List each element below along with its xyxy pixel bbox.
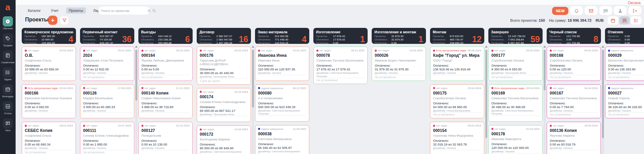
scrollbar-thumb[interactable] bbox=[252, 50, 254, 107]
column-scrollbar[interactable] bbox=[485, 46, 488, 154]
project-card[interactable]: нет задач 22.04.2024 000174 Сенева Елена… bbox=[197, 88, 251, 122]
column-cards: нет задач 24.04.2024 000176 Тарасова ДАР… bbox=[197, 47, 251, 154]
card-title: 2024 bbox=[83, 53, 131, 58]
card-date: 04.04.2024 bbox=[583, 87, 598, 90]
clear-search-icon[interactable] bbox=[147, 9, 151, 13]
view-list-button[interactable] bbox=[631, 16, 641, 24]
scrollbar-thumb[interactable] bbox=[485, 50, 487, 138]
report-icon bbox=[3, 101, 13, 112]
scrollbar-track[interactable] bbox=[135, 50, 137, 154]
new-button[interactable]: NEW bbox=[552, 7, 568, 15]
card-title: 000176 bbox=[200, 53, 248, 58]
project-card[interactable]: нет задач 14.07.2023 000111 Сенева Елена… bbox=[80, 122, 134, 154]
search-input[interactable] bbox=[101, 9, 146, 13]
card-footer bbox=[550, 150, 598, 154]
search-icon[interactable] bbox=[152, 9, 156, 13]
project-card[interactable]: задачи завершены 000029 Валентин Валерья… bbox=[605, 47, 644, 81]
project-card[interactable]: задачи завершены 11.05.2022 000038 Светл… bbox=[255, 125, 309, 154]
column-scrollbar[interactable] bbox=[252, 46, 254, 154]
chat-button[interactable] bbox=[599, 6, 612, 15]
add-project-button[interactable]: + bbox=[48, 16, 57, 25]
scrollbar-thumb[interactable] bbox=[544, 50, 546, 90]
column-scrollbar[interactable] bbox=[135, 46, 138, 154]
search-box[interactable] bbox=[98, 6, 150, 15]
mail-button[interactable] bbox=[585, 6, 598, 15]
card-client: Сенева Елена Александровна bbox=[83, 134, 131, 137]
project-card[interactable]: Есть просроченные задачи 03.04.2024 0001… bbox=[22, 84, 76, 119]
project-card[interactable]: нет задач 21.12.2023 000140 Копия София … bbox=[138, 84, 193, 119]
person-button[interactable] bbox=[614, 6, 627, 15]
current-user-name[interactable]: Оксана bbox=[628, 1, 641, 5]
column-count: 59 bbox=[530, 35, 540, 44]
project-card[interactable]: нет задач 23.04.2024 000175 Соробогатова… bbox=[430, 84, 484, 119]
sidebar-item-справочники[interactable]: Справочники bbox=[1, 50, 14, 64]
card-status-row: нет задач 04.04.2024 bbox=[550, 87, 598, 90]
nav-item-каталог[interactable]: Каталог bbox=[25, 7, 43, 14]
filter-button[interactable] bbox=[60, 16, 69, 24]
project-card[interactable]: нет задач 29.04.2024 000177 Соробогатова… bbox=[488, 47, 543, 81]
scrollbar-thumb[interactable] bbox=[135, 50, 137, 101]
view-kanban-button[interactable] bbox=[619, 16, 630, 24]
app-logo[interactable]: a bbox=[5, 3, 10, 12]
sidebar-item-задачи[interactable]: Задачи bbox=[1, 67, 14, 81]
card-client: Симанова Татьяна Васильевна bbox=[550, 96, 598, 100]
project-card[interactable]: нет задач 26.12.2022 000078 Симанова Тат… bbox=[313, 47, 368, 84]
task-status-dot bbox=[200, 91, 202, 93]
column-paid-value: 0.00 bbox=[566, 38, 572, 41]
currency-select[interactable]: RUB bbox=[596, 18, 604, 22]
column-cards: нет задач 03.04.2024 О.В. Агафонова Ольг… bbox=[22, 47, 76, 154]
project-card[interactable]: нет задач 14.04.2024 000172 Богатырева М… bbox=[197, 125, 251, 154]
view-calendar-button[interactable] bbox=[608, 16, 618, 24]
project-card[interactable]: Есть просроченные задачи 06.06.2024 Кафе… bbox=[430, 47, 484, 81]
column-paid-label: Оплачено: bbox=[374, 38, 391, 41]
column-header: Изготовление и монтаж Проекты:31 879.30 … bbox=[372, 28, 426, 44]
column-paid-value: 17 678.42 bbox=[333, 38, 345, 41]
project-card[interactable]: нет задач 01.03.2024 000178 Иванова Марг… bbox=[488, 125, 543, 154]
project-card[interactable]: нет задач 29.01.2024 2024 Абакумова Алла… bbox=[80, 47, 134, 81]
scrollbar-track[interactable] bbox=[544, 50, 546, 154]
column-paid-value: 0.00 bbox=[625, 38, 630, 41]
nav-item-проекты[interactable]: Проекты bbox=[66, 7, 86, 14]
scroll-up-icon[interactable] bbox=[252, 46, 254, 48]
task-status-label: задачи завершены bbox=[261, 87, 284, 90]
sidebar-item-продажи[interactable]: Продажи bbox=[1, 33, 14, 47]
sidebar-item-календарь[interactable]: Календарь bbox=[1, 84, 14, 98]
scroll-up-icon[interactable] bbox=[602, 46, 604, 48]
scrollbar-track[interactable] bbox=[252, 50, 254, 154]
project-card[interactable]: нет задач 27.09.2023 000126 Марфа Василь… bbox=[80, 84, 134, 119]
column-scrollbar[interactable] bbox=[602, 46, 604, 154]
card-status-row: нет задач 29.01.2024 bbox=[83, 49, 131, 52]
project-card[interactable]: задачи завершены 000027 Новый Апрель Опл… bbox=[605, 84, 644, 119]
project-card[interactable]: нет задач 04.04.2024 000168 Соробогатова… bbox=[547, 47, 601, 81]
sidebar-item-чаты[interactable]: Чаты bbox=[1, 118, 14, 132]
scrollbar-thumb[interactable] bbox=[602, 50, 604, 138]
column-scrollbar[interactable] bbox=[543, 46, 546, 154]
card-date: 03.04.2024 bbox=[58, 49, 73, 52]
project-card[interactable]: задачи завершены 26.12.2022 000080 6-я п… bbox=[255, 84, 309, 122]
project-card[interactable]: нет задач 18.03.2024 СЕБЕС Копия Агафоно… bbox=[22, 122, 76, 154]
project-card[interactable]: нет задач 14.02.2024 Иванова Инна Иванов… bbox=[255, 47, 309, 81]
sidebar-item-отчеты[interactable]: Отчеты bbox=[1, 101, 14, 115]
bell-button[interactable] bbox=[570, 6, 583, 15]
scroll-up-icon[interactable] bbox=[485, 46, 488, 48]
scroll-up-icon[interactable] bbox=[135, 46, 138, 48]
logout-button[interactable] bbox=[628, 6, 641, 15]
project-card[interactable]: нет задач 03.04.2024 О.В. Агафонова Ольг… bbox=[22, 47, 76, 81]
project-card[interactable]: нет задач 18.03.2024 000136 Копия Якупов… bbox=[547, 122, 601, 154]
project-card[interactable]: нет задач 19.04.2022 000026 Иванков Бори… bbox=[372, 47, 426, 81]
sidebar-item-обучение[interactable]: Обучение bbox=[1, 16, 14, 30]
project-card[interactable]: нет задач 04.04.2024 000167 Симанова Тат… bbox=[547, 84, 601, 119]
column-title: Монтаж bbox=[433, 30, 482, 34]
project-card[interactable]: нет задач 10.10.2023 000127 Понедельник … bbox=[138, 122, 193, 154]
column-left-label: Осталось: bbox=[258, 41, 275, 45]
nav-item-учет[interactable]: Учет bbox=[48, 7, 61, 14]
column-paid-value: 1 083 457.89 bbox=[216, 38, 232, 41]
scroll-up-icon[interactable] bbox=[543, 46, 546, 48]
project-card[interactable]: нет задач 09.02.2024 000154 Агронова Нин… bbox=[430, 122, 484, 154]
scrollbar-track[interactable] bbox=[485, 50, 487, 154]
project-card[interactable]: Есть просроченные задачи 05.04.2024 0001… bbox=[488, 84, 543, 122]
column-count: 4 bbox=[302, 35, 307, 44]
project-card[interactable]: нет задач 24.04.2024 000176 Тарасова ДАР… bbox=[197, 47, 251, 85]
scrollbar-track[interactable] bbox=[602, 50, 604, 154]
project-card[interactable]: нет задач 26.03.2024 000164 Яцкова Любов… bbox=[138, 47, 193, 81]
